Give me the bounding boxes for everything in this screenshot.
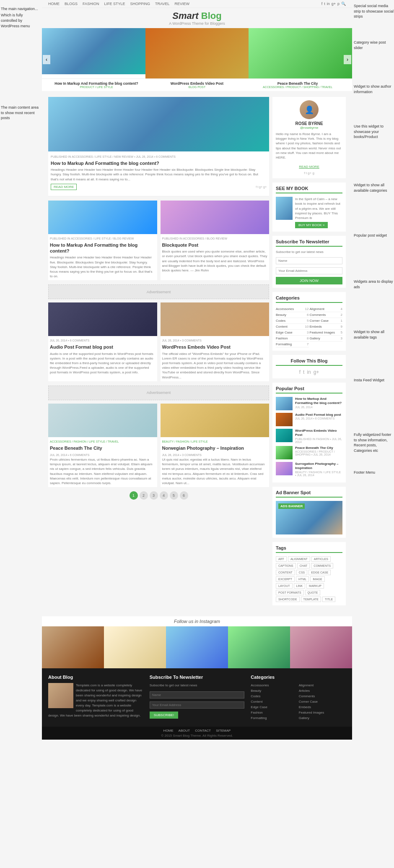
footer-cat-featured[interactable]: Featured Images xyxy=(299,710,346,715)
post-half-3-title[interactable]: Audio Post Format blog post xyxy=(50,344,156,350)
page-btn-6[interactable]: 6 xyxy=(180,491,188,500)
cat-item-accessories[interactable]: Accessories12 xyxy=(276,306,309,312)
nav-home[interactable]: HOME xyxy=(48,2,60,6)
pop-post-5[interactable]: Surrogation Photography – Inspiration BE… xyxy=(276,462,342,477)
nav-review[interactable]: REVIEW xyxy=(174,2,189,6)
author-read-more[interactable]: READ MORE xyxy=(299,165,319,169)
footer-menu-home[interactable]: HOME xyxy=(163,729,174,732)
footer-cat-gallery[interactable]: Gallery xyxy=(299,716,346,720)
footer-menu-about[interactable]: ABOUT xyxy=(179,729,190,732)
fb-icon[interactable]: f xyxy=(321,2,323,6)
pin-icon[interactable]: p xyxy=(337,2,340,6)
tag-quote[interactable]: QUOTE xyxy=(305,590,321,595)
footer-cat-beauty[interactable]: Beauty xyxy=(251,688,298,693)
tag-articles[interactable]: ARTICLES xyxy=(311,556,331,562)
post-featured-title[interactable]: How to Markup And Formatting the blog co… xyxy=(51,160,267,166)
nav-lifestyle[interactable]: LIFE STYLE xyxy=(104,2,125,6)
tag-edge-case[interactable]: EDGE CASE xyxy=(308,570,331,575)
post-half-2-title[interactable]: Blockquote Post xyxy=(162,242,268,248)
tag-comments[interactable]: COMMENTS xyxy=(311,563,333,568)
tag-content[interactable]: CONTENT xyxy=(276,570,295,575)
tag-art[interactable]: ART xyxy=(276,556,287,562)
insta-cell-3[interactable] xyxy=(166,626,228,668)
cat-item-embeds[interactable]: Embeds9 xyxy=(310,324,343,330)
footer-newsletter-submit[interactable]: SUBSCRIBE! xyxy=(150,712,178,719)
tag-layout[interactable]: LAYOUT xyxy=(276,583,293,589)
footer-cat-edge-case[interactable]: Edge Case xyxy=(251,705,298,709)
tag-title[interactable]: TITLE xyxy=(322,597,335,602)
newsletter-join-button[interactable]: JOIN NOW xyxy=(276,277,342,284)
footer-cat-formatting[interactable]: Formatting xyxy=(251,716,298,720)
tag-excerpt[interactable]: EXCERPT xyxy=(276,576,295,582)
tag-shortcode[interactable]: SHORTCODE xyxy=(276,597,300,602)
footer-cat-embeds[interactable]: Embeds xyxy=(299,705,346,709)
footer-menu-contact[interactable]: CONTACT xyxy=(195,729,211,732)
insta-cell-2[interactable] xyxy=(104,626,166,668)
footer-cat-content[interactable]: Content xyxy=(251,699,298,704)
footer-cat-codes[interactable]: Codes xyxy=(251,694,298,699)
slider-next-button[interactable]: › xyxy=(344,55,351,64)
post-half-6-title[interactable]: Norwegian Photography – Inspiration xyxy=(162,445,268,451)
cat-item-fashion[interactable]: Fashion8 xyxy=(276,336,309,341)
cat-item-corner-case[interactable]: Corner Case1 xyxy=(310,318,343,324)
page-btn-4[interactable]: 4 xyxy=(160,491,168,500)
in-icon[interactable]: in xyxy=(327,2,330,6)
tag-chat[interactable]: CHAT xyxy=(297,563,310,568)
cat-item-gallery[interactable]: Gallery3 xyxy=(310,336,343,341)
tag-captions[interactable]: CAPTIONS xyxy=(276,563,296,568)
cat-item-beauty[interactable]: Beauty6 xyxy=(276,312,309,318)
page-btn-5[interactable]: 5 xyxy=(170,491,178,500)
newsletter-name-input[interactable] xyxy=(276,257,342,264)
tag-post-formats[interactable]: POST FORMATS xyxy=(276,590,304,595)
pop-post-2[interactable]: Audio Post Format blog post JUL 26, 2014… xyxy=(276,413,342,426)
footer-cat-alignment[interactable]: Alignment xyxy=(299,683,346,688)
insta-cell-4[interactable] xyxy=(228,626,290,668)
footer-cat-comments[interactable]: Comments xyxy=(299,694,346,699)
pop-post-3[interactable]: WordPress Embeds Video Post PUBLISHED IN… xyxy=(276,429,342,443)
post-half-5-title[interactable]: Peace Beneath The City xyxy=(50,445,156,451)
follow-tw-icon[interactable]: t xyxy=(303,369,304,375)
page-btn-3[interactable]: 3 xyxy=(150,491,158,500)
banner-ad[interactable]: ADS BANNER xyxy=(276,501,342,534)
footer-menu-sitemap[interactable]: SITEMAP xyxy=(216,729,231,732)
insta-cell-5[interactable] xyxy=(290,626,352,668)
tag-html[interactable]: HTML xyxy=(296,576,309,582)
footer-cat-accessories[interactable]: Accessories xyxy=(251,683,298,688)
tag-css[interactable]: CSS xyxy=(296,570,307,575)
pop-post-1[interactable]: How to Markup And Formatting the blog co… xyxy=(276,397,342,410)
gp-icon[interactable]: g+ xyxy=(332,2,336,6)
cat-item-comments[interactable]: Comments2 xyxy=(310,312,343,318)
footer-cat-articles[interactable]: Articles xyxy=(299,688,346,693)
pop-post-4[interactable]: Peace Beneath The City ACCESSORIES / PRO… xyxy=(276,446,342,459)
footer-newsletter-name[interactable] xyxy=(150,691,245,699)
tw-icon[interactable]: t xyxy=(324,2,325,6)
nav-shopping[interactable]: SHOPPING xyxy=(130,2,150,6)
footer-newsletter-email[interactable] xyxy=(150,701,245,709)
cat-item-codes[interactable]: Codes5 xyxy=(276,318,309,324)
nav-travel[interactable]: TRAVEL xyxy=(155,2,169,6)
footer-cat-corner-case[interactable]: Corner Case xyxy=(299,699,346,704)
tag-template[interactable]: TEMPLATE xyxy=(301,597,321,602)
follow-fb-icon[interactable]: f xyxy=(299,369,301,375)
search-icon[interactable]: 🔍 xyxy=(341,2,346,6)
insta-cell-1[interactable] xyxy=(42,626,104,668)
page-btn-1[interactable]: 1 xyxy=(130,491,138,500)
footer-cat-fashion[interactable]: Fashion xyxy=(251,710,298,715)
tag-markup[interactable]: MARKUP xyxy=(306,583,324,589)
cat-item-edge-case[interactable]: Edge Case3 xyxy=(276,330,309,336)
cat-item-featured-images[interactable]: Featured Images5 xyxy=(310,330,343,336)
buy-book-button[interactable]: BUY MY BOOK » xyxy=(295,222,328,228)
cat-item-formatting[interactable]: Formatting7 xyxy=(276,341,309,347)
nav-blogs[interactable]: BLOGS xyxy=(65,2,78,6)
nav-fashion[interactable]: FASHION xyxy=(83,2,99,6)
tag-image[interactable]: IMAGE xyxy=(310,576,325,582)
slider-prev-button[interactable]: ‹ xyxy=(43,55,50,64)
follow-gp-icon[interactable]: g+ xyxy=(314,369,319,375)
post-featured-read-more[interactable]: READ MORE xyxy=(51,184,77,190)
page-btn-2[interactable]: 2 xyxy=(140,491,148,500)
cat-item-alignment[interactable]: Alignment4 xyxy=(310,306,343,312)
post-half-1-title[interactable]: How to Markup And Formatting the blog co… xyxy=(50,242,156,254)
tag-link[interactable]: LINK xyxy=(294,583,306,589)
newsletter-email-input[interactable] xyxy=(276,267,342,274)
cat-item-content[interactable]: Content10 xyxy=(276,324,309,330)
